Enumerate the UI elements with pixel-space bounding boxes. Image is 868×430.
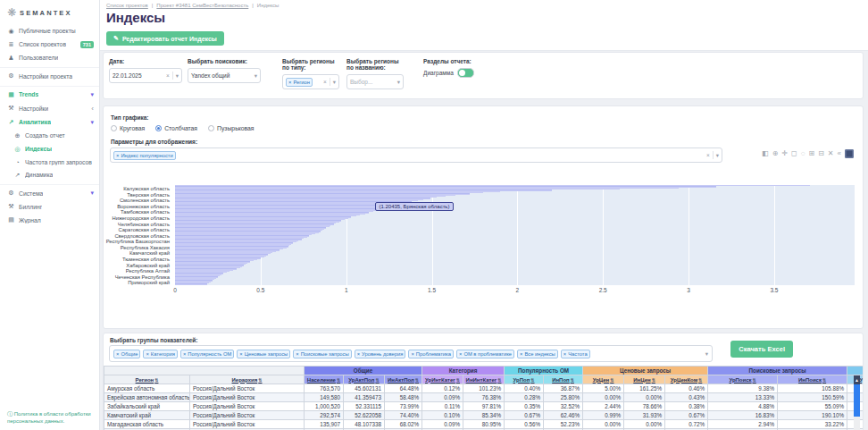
scroll-up-icon[interactable]: ▲ bbox=[854, 375, 860, 384]
box-select-icon[interactable]: ◻ bbox=[791, 149, 797, 158]
table-column-header[interactable]: ИнЦен⇅ bbox=[624, 375, 665, 384]
clear-icon[interactable]: × bbox=[323, 79, 327, 85]
sidebar-item-trends[interactable]: ▦Trends▾ bbox=[0, 86, 99, 102]
sidebar-item-system[interactable]: ⚙Система▾ bbox=[0, 184, 99, 200]
table-column-header[interactable]: ИнПоиск⇅ bbox=[778, 375, 847, 384]
table-column-header[interactable]: Регион⇅ bbox=[104, 375, 190, 384]
table-column-header[interactable]: УрИнтКатег⇅ bbox=[422, 375, 463, 384]
logo[interactable]: ❋ SEMANTEX bbox=[0, 0, 99, 24]
chart-plot-area[interactable]: (1.20435, Брянская область) bbox=[175, 185, 855, 285]
chip-remove-icon[interactable]: × bbox=[146, 351, 148, 357]
indicator-group-chip[interactable]: ×Все индексы bbox=[517, 350, 558, 358]
search-engine-select[interactable]: Yandex общий ▾ bbox=[188, 68, 261, 83]
chart-y-label: Смоленская область bbox=[120, 198, 170, 203]
indicator-group-chip[interactable]: ×Поисковые запросы bbox=[293, 350, 351, 358]
sidebar-nav: ◉Публичные проекты≣Список проектов731♟По… bbox=[0, 24, 99, 227]
scrollbar-thumb[interactable] bbox=[854, 384, 860, 417]
radio-bar[interactable]: Столбчатая bbox=[155, 125, 197, 131]
chevron-down-icon: ▾ bbox=[333, 79, 336, 86]
breadcrumb-link-project[interactable]: Проект #3481 СемВестБезопасность bbox=[156, 3, 248, 8]
radio-bubble[interactable]: Пузырьковая bbox=[208, 125, 254, 131]
table-column-header[interactable]: УрПоп⇅ bbox=[505, 375, 544, 384]
diagram-toggle[interactable] bbox=[457, 68, 474, 78]
table-cell: Россия/Дальний Восток bbox=[190, 420, 305, 429]
indicator-group-chip[interactable]: ×Проблематика bbox=[408, 350, 454, 358]
indicator-group-chip[interactable]: ×Популярность ОМ bbox=[180, 350, 234, 358]
edit-report-button[interactable]: ✎ Редактировать отчет Индексы bbox=[106, 31, 224, 46]
chip-remove-icon[interactable]: × bbox=[288, 80, 291, 85]
chip-remove-icon[interactable]: × bbox=[357, 351, 360, 357]
indicator-group-chip[interactable]: ×Общие bbox=[113, 350, 140, 358]
table-column-header[interactable]: Иерархия⇅ bbox=[190, 375, 305, 384]
sidebar-item-journal[interactable]: ▤Журнал bbox=[0, 214, 99, 227]
date-select[interactable]: 22.01.2025 ×▾ bbox=[109, 68, 182, 83]
lasso-select-icon[interactable]: ◌ bbox=[801, 149, 805, 158]
radio-pie[interactable]: Круговая bbox=[111, 125, 145, 131]
table-column-header[interactable]: ИнИнтКатег⇅ bbox=[463, 375, 505, 384]
indicator-group-chip[interactable]: ×ОМ в проблематике bbox=[456, 350, 514, 358]
reset-axes-icon[interactable]: « bbox=[838, 149, 841, 158]
camera-icon[interactable]: ◧ bbox=[762, 149, 769, 158]
chip-remove-icon[interactable]: × bbox=[296, 351, 298, 357]
chip-remove-icon[interactable]: × bbox=[563, 351, 566, 357]
chip-remove-icon[interactable]: × bbox=[459, 351, 462, 357]
indicator-groups-select[interactable]: ×Общие×Категория×Популярность ОМ×Ценовые… bbox=[109, 345, 713, 362]
privacy-policy-link[interactable]: ⓘ Политика в области обработки персональ… bbox=[7, 410, 95, 426]
sidebar-item-project-settings[interactable]: ⚙Настройки проекта bbox=[0, 67, 99, 83]
table-column-header[interactable]: Население⇅ bbox=[305, 375, 344, 384]
chip-remove-icon[interactable]: × bbox=[116, 351, 119, 357]
table-column-header[interactable]: УрЦен⇅ bbox=[583, 375, 624, 384]
chip-remove-icon[interactable]: × bbox=[411, 351, 413, 357]
zoom-icon[interactable]: ⊕ bbox=[772, 149, 779, 158]
sidebar-item-settings[interactable]: ⚒Настройки‹ bbox=[0, 101, 99, 115]
plotly-logo-icon[interactable] bbox=[845, 149, 854, 158]
chart-type-label: Тип графика: bbox=[111, 114, 148, 121]
chip-remove-icon[interactable]: × bbox=[116, 153, 119, 158]
table-column-header[interactable]: УрПоиск⇅ bbox=[708, 375, 778, 384]
sidebar-item-query-group-frequency[interactable]: ◔Частота групп запросов bbox=[0, 156, 99, 168]
indicator-group-chip[interactable]: ×Ценовые запросы bbox=[237, 350, 290, 358]
zoom-in-icon[interactable]: ⊞ bbox=[808, 149, 814, 158]
region-type-chip[interactable]: ×Регион bbox=[286, 78, 313, 87]
indexes-table: ОбщиеКатегорияПопулярность ОМЦеновые зап… bbox=[104, 366, 863, 430]
clear-icon[interactable]: × bbox=[166, 72, 170, 79]
sidebar-item-users[interactable]: ♟Пользователи bbox=[0, 51, 99, 64]
sidebar-item-create-report[interactable]: ⊕Создать отчет bbox=[0, 129, 99, 142]
table-column-header[interactable]: ИнАктПол⇅ bbox=[385, 375, 422, 384]
date-label: Дата: bbox=[109, 58, 182, 64]
chip-remove-icon[interactable]: × bbox=[520, 351, 522, 357]
display-params-select[interactable]: ×Индекс популярности ×▾ bbox=[110, 148, 722, 163]
table-cell: 68.02% bbox=[385, 420, 422, 429]
indicator-group-chip[interactable]: ×Категория bbox=[143, 350, 178, 358]
chip-remove-icon[interactable]: × bbox=[239, 351, 242, 357]
indicator-group-chip[interactable]: ×Частота bbox=[561, 350, 590, 358]
sidebar-item-billing[interactable]: ⚒Биллинг bbox=[0, 200, 99, 214]
clear-icon[interactable]: × bbox=[706, 152, 710, 158]
column-label: УрЦенКом bbox=[671, 377, 697, 383]
table-column-header[interactable]: УрЦенКом⇅ bbox=[665, 375, 708, 384]
sidebar-item-dynamics[interactable]: ↗Динамика bbox=[0, 168, 99, 181]
indicator-group-chip[interactable]: ×Уровень доверия bbox=[355, 350, 406, 358]
bar-chart: Калужская областьТверская областьСмоленс… bbox=[104, 165, 863, 317]
pan-icon[interactable]: ✛ bbox=[781, 149, 788, 158]
sidebar-item-label: Система bbox=[19, 190, 43, 197]
autoscale-icon[interactable]: ✕ bbox=[828, 149, 834, 158]
table-cell: 78.66% bbox=[624, 402, 665, 411]
sidebar-item-indexes[interactable]: ◎Индексы bbox=[0, 142, 99, 156]
zoom-out-icon[interactable]: ⊟ bbox=[818, 149, 824, 158]
sidebar-item-analytics[interactable]: ↗Аналитика▾ bbox=[0, 115, 99, 129]
table-column-header[interactable]: УрАктПол⇅ bbox=[344, 375, 385, 384]
engine-label: Выбрать поисковик: bbox=[188, 58, 261, 64]
download-excel-button[interactable]: Скачать Excel bbox=[730, 341, 793, 358]
region-type-select[interactable]: ×Регион ×▾ bbox=[282, 74, 339, 89]
region-name-select[interactable]: Выбор... ▾ bbox=[346, 74, 404, 89]
table-column-header[interactable]: ИнПоп⇅ bbox=[544, 375, 583, 384]
breadcrumb-link-projects[interactable]: Список проектов bbox=[106, 3, 148, 8]
param-chip[interactable]: ×Индекс популярности bbox=[113, 151, 176, 160]
chip-remove-icon[interactable]: × bbox=[183, 351, 186, 357]
table-cell: 45.602131 bbox=[344, 384, 385, 393]
table-scrollbar[interactable]: ▲ bbox=[854, 375, 860, 430]
column-label: УрПоиск bbox=[729, 377, 751, 383]
sidebar-item-public-projects[interactable]: ◉Публичные проекты bbox=[0, 24, 99, 38]
sidebar-item-project-list[interactable]: ≣Список проектов731 bbox=[0, 38, 99, 51]
